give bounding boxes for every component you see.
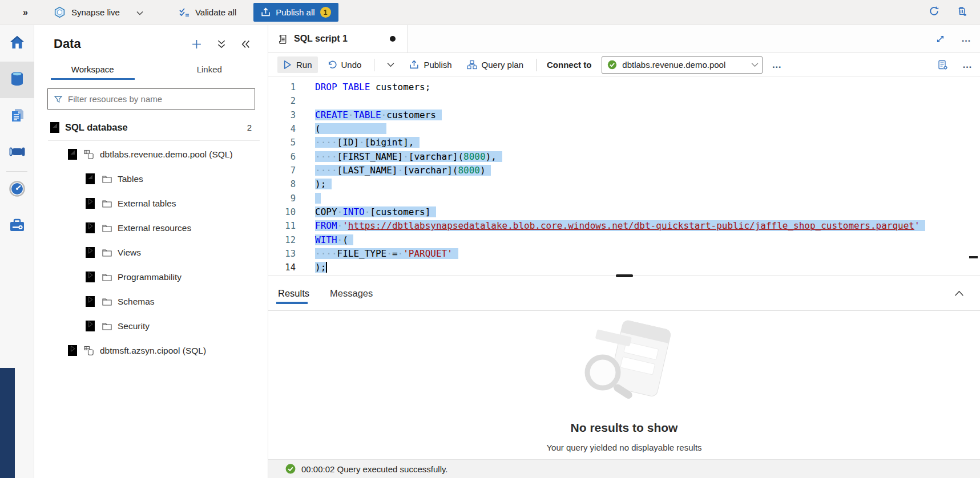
- filter-input[interactable]: [68, 94, 249, 104]
- caret-expanded-icon[interactable]: [50, 122, 59, 133]
- results-tab-results[interactable]: Results: [276, 276, 311, 310]
- code-text: ····[LAST_NAME]·[varchar](8000): [315, 165, 491, 176]
- empty-results-title: No results to show: [571, 421, 678, 435]
- code-line[interactable]: 7····[LAST_NAME]·[varchar](8000): [268, 164, 980, 177]
- line-number: 11: [268, 219, 315, 233]
- tree-item-external-tables[interactable]: External tables: [34, 191, 268, 216]
- line-number: 9: [268, 192, 315, 205]
- validate-label: Validate all: [195, 7, 236, 17]
- mode-label: Synapse live: [71, 7, 120, 17]
- publish-count-badge: 1: [320, 7, 331, 18]
- nav-item-manage[interactable]: [0, 208, 34, 245]
- run-options-dropdown[interactable]: [381, 59, 400, 71]
- nav-item-monitor[interactable]: [0, 172, 34, 208]
- nav-item-home[interactable]: [0, 25, 34, 62]
- text-cursor: [326, 262, 327, 273]
- code-line[interactable]: 8);: [268, 177, 980, 191]
- code-line[interactable]: 6····[FIRST_NAME]·[varchar](8000),: [268, 150, 980, 164]
- toolbar-separator: [374, 59, 374, 71]
- sql-script-icon: [277, 34, 288, 44]
- collapse-panel-icon[interactable]: [241, 40, 251, 48]
- code-line[interactable]: 3CREATE·TABLE·customers: [268, 108, 980, 122]
- caret-expanded-icon[interactable]: [68, 149, 77, 160]
- data-icon: [9, 70, 25, 90]
- undo-button[interactable]: Undo: [321, 56, 368, 73]
- code-text: DROP TABLE customers;: [315, 82, 430, 92]
- caret-collapsed-icon[interactable]: [86, 321, 95, 331]
- caret-collapsed-icon[interactable]: [68, 345, 77, 356]
- code-line[interactable]: 9: [268, 192, 980, 205]
- tabbar-more-icon[interactable]: …: [961, 33, 972, 44]
- monitor-icon: [9, 180, 26, 200]
- line-number: 1: [268, 80, 315, 94]
- folder-icon: [100, 223, 113, 233]
- data-tab-workspace[interactable]: Workspace: [34, 59, 151, 80]
- tree-item-schemas[interactable]: Schemas: [34, 289, 268, 314]
- add-resource-icon[interactable]: [191, 39, 202, 50]
- publish-all-icon: [261, 7, 271, 17]
- properties-icon[interactable]: [937, 59, 949, 71]
- code-line[interactable]: 2: [268, 94, 980, 108]
- nav-item-data[interactable]: [0, 62, 34, 98]
- tree-item-programmability[interactable]: Programmability: [34, 265, 268, 289]
- code-line[interactable]: 13····FILE_TYPE·=·'PARQUET': [268, 247, 980, 261]
- tree-item-security[interactable]: Security: [34, 314, 268, 338]
- publish-all-button[interactable]: Publish all 1: [253, 3, 338, 22]
- code-text: );: [315, 262, 327, 273]
- caret-collapsed-icon[interactable]: [86, 296, 95, 307]
- run-button[interactable]: Run: [277, 56, 318, 73]
- code-line[interactable]: 10COPY·INTO·[customers]: [268, 205, 980, 219]
- collapse-results-icon[interactable]: [954, 290, 980, 297]
- discard-all-icon[interactable]: [957, 6, 967, 19]
- connect-to-select[interactable]: dbtlabs.revenue.demo.pool: [602, 56, 763, 74]
- code-line[interactable]: 12WITH·(: [268, 233, 980, 247]
- caret-collapsed-icon[interactable]: [86, 272, 95, 282]
- data-panel: Data WorkspaceLinked SQL database2dbtlab…: [34, 25, 268, 478]
- code-line[interactable]: 5····[ID]·[bigint],: [268, 136, 980, 149]
- validate-icon: [179, 7, 190, 18]
- caret-collapsed-icon[interactable]: [86, 222, 95, 233]
- caret-expanded-icon[interactable]: [86, 173, 95, 184]
- code-line[interactable]: 14);: [268, 261, 980, 274]
- code-text: );: [315, 179, 332, 189]
- tree-item-dbtmsft-azsyn-cipool-sql-[interactable]: dbtmsft.azsyn.cipool (SQL): [34, 338, 268, 363]
- code-line[interactable]: 1DROP TABLE customers;: [268, 80, 980, 94]
- caret-collapsed-icon[interactable]: [86, 247, 95, 258]
- tab-sql-script-1[interactable]: SQL script 1: [268, 25, 408, 52]
- run-icon: [283, 60, 292, 70]
- expand-editor-icon[interactable]: [935, 34, 945, 44]
- expand-sidebar-icon[interactable]: »: [23, 7, 27, 18]
- tree-item-external-resources[interactable]: External resources: [34, 216, 268, 240]
- unsaved-dot-icon: [390, 36, 396, 42]
- code-line[interactable]: 4(: [268, 122, 980, 136]
- data-tab-linked[interactable]: Linked: [151, 59, 268, 80]
- line-number: 6: [268, 150, 315, 164]
- query-plan-button[interactable]: Query plan: [461, 56, 529, 73]
- panel-resize-handle[interactable]: [616, 274, 633, 277]
- tree-item-sql-database[interactable]: SQL database2: [34, 115, 268, 140]
- refresh-icon[interactable]: [929, 6, 939, 19]
- tree-item-label: SQL database: [65, 122, 128, 133]
- publish-button[interactable]: Publish: [404, 56, 457, 73]
- expand-all-icon[interactable]: [217, 39, 226, 49]
- code-text: WITH·(: [315, 234, 353, 245]
- mode-selector[interactable]: Synapse live: [27, 6, 143, 18]
- pool-name: dbtlabs.revenue.demo.pool: [622, 60, 746, 70]
- toolbar-more-icon[interactable]: …: [766, 59, 788, 71]
- results-tab-messages[interactable]: Messages: [328, 276, 374, 310]
- nav-item-integrate[interactable]: [0, 135, 34, 171]
- tree-item-views[interactable]: Views: [34, 240, 268, 265]
- nav-item-develop[interactable]: [0, 98, 34, 135]
- publish-icon: [409, 60, 419, 70]
- code-line[interactable]: 11FROM·'https://dbtlabsynapsedatalake.bl…: [268, 219, 980, 233]
- tree-item-tables[interactable]: Tables: [34, 167, 268, 191]
- code-editor[interactable]: 1DROP TABLE customers;23CREATE·TABLE·cus…: [268, 77, 980, 276]
- caret-collapsed-icon[interactable]: [86, 198, 95, 209]
- tree-item-dbtlabs-revenue-demo-pool-sql-[interactable]: dbtlabs.revenue.demo.pool (SQL): [34, 142, 268, 167]
- code-text: [315, 193, 321, 204]
- editor-more-icon[interactable]: …: [962, 59, 973, 71]
- validate-all-button[interactable]: Validate all: [179, 7, 236, 18]
- develop-icon: [9, 107, 25, 126]
- tree-item-label: Security: [118, 321, 150, 331]
- filter-box[interactable]: [47, 88, 255, 110]
